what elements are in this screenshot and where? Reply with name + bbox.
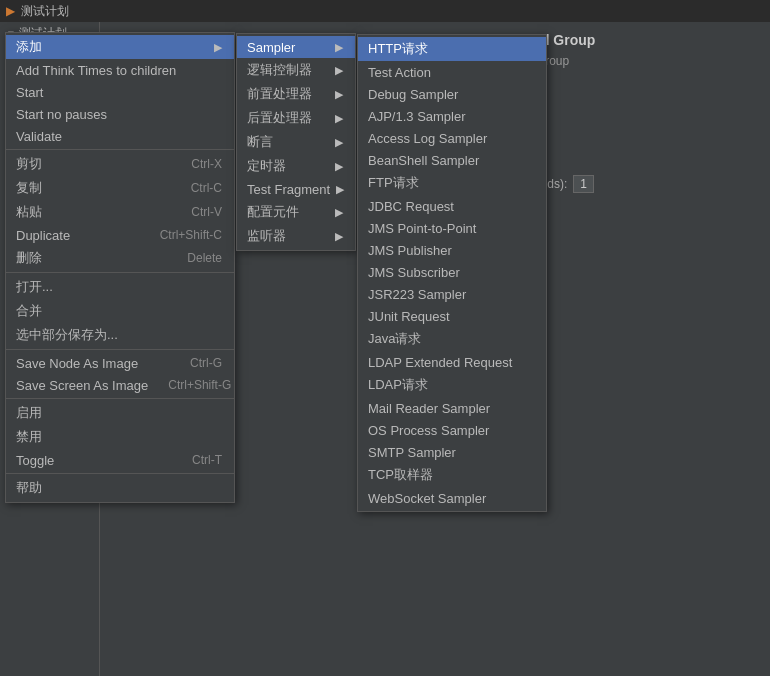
menu-item-add[interactable]: 添加 ▶ (6, 35, 234, 59)
toggle-shortcut: Ctrl-T (192, 453, 222, 467)
menu-item-http-label: HTTP请求 (368, 40, 428, 58)
menu-item-sampler[interactable]: Sampler ▶ (237, 36, 355, 58)
menu-item-save-screen[interactable]: Save Screen As Image Ctrl+Shift-G (6, 374, 234, 396)
menu-item-disable[interactable]: 禁用 (6, 425, 234, 449)
menu-item-test-action[interactable]: Test Action (358, 61, 546, 83)
menu-item-http[interactable]: HTTP请求 (358, 37, 546, 61)
timer-arrow-icon: ▶ (335, 160, 343, 173)
menu-item-copy[interactable]: 复制 Ctrl-C (6, 176, 234, 200)
save-screen-shortcut: Ctrl+Shift-G (168, 378, 231, 392)
menu-item-help[interactable]: 帮助 (6, 476, 234, 500)
delete-shortcut: Delete (187, 251, 222, 265)
menu-item-ajp[interactable]: AJP/1.3 Sampler (358, 105, 546, 127)
menu-item-open[interactable]: 打开... (6, 275, 234, 299)
menu-item-jms-subscriber-label: JMS Subscriber (368, 265, 460, 280)
context-menu-l2[interactable]: Sampler ▶ 逻辑控制器 ▶ 前置处理器 ▶ 后置处理器 ▶ 断言 ▶ 定… (236, 33, 356, 251)
menu-item-duplicate-label: Duplicate (16, 228, 70, 243)
menu-item-jms-publisher[interactable]: JMS Publisher (358, 239, 546, 261)
menu-item-merge-label: 合并 (16, 302, 42, 320)
config-arrow-icon: ▶ (335, 206, 343, 219)
menu-item-jsr223[interactable]: JSR223 Sampler (358, 283, 546, 305)
menu-item-listener-label: 监听器 (247, 227, 286, 245)
menu-item-delete[interactable]: 删除 Delete (6, 246, 234, 270)
menu-item-enable[interactable]: 启用 (6, 401, 234, 425)
menu-item-open-label: 打开... (16, 278, 53, 296)
menu-item-tcp[interactable]: TCP取样器 (358, 463, 546, 487)
menu-item-save-node[interactable]: Save Node As Image Ctrl-G (6, 352, 234, 374)
fragment-arrow-icon: ▶ (336, 183, 344, 196)
menu-item-junit[interactable]: JUnit Request (358, 305, 546, 327)
menu-item-beanshell[interactable]: BeanShell Sampler (358, 149, 546, 171)
duration-value[interactable]: 1 (573, 175, 594, 193)
menu-item-save-screen-label: Save Screen As Image (16, 378, 148, 393)
menu-item-java[interactable]: Java请求 (358, 327, 546, 351)
menu-item-ldap-ext[interactable]: LDAP Extended Request (358, 351, 546, 373)
menu-item-pre-processor[interactable]: 前置处理器 ▶ (237, 82, 355, 106)
menu-item-delete-label: 删除 (16, 249, 42, 267)
separator-4 (6, 398, 234, 399)
post-arrow-icon: ▶ (335, 112, 343, 125)
menu-item-validate[interactable]: Validate (6, 125, 234, 147)
separator-5 (6, 473, 234, 474)
menu-item-paste[interactable]: 粘贴 Ctrl-V (6, 200, 234, 224)
menu-item-cut[interactable]: 剪切 Ctrl-X (6, 152, 234, 176)
menu-item-beanshell-label: BeanShell Sampler (368, 153, 479, 168)
menu-item-access-log-label: Access Log Sampler (368, 131, 487, 146)
menu-item-logic-controller-label: 逻辑控制器 (247, 61, 312, 79)
context-menu-l3[interactable]: HTTP请求 Test Action Debug Sampler AJP/1.3… (357, 34, 547, 512)
menu-item-paste-label: 粘贴 (16, 203, 42, 221)
menu-item-save-selection[interactable]: 选中部分保存为... (6, 323, 234, 347)
menu-item-os-process-label: OS Process Sampler (368, 423, 489, 438)
menu-item-test-action-label: Test Action (368, 65, 431, 80)
separator-3 (6, 349, 234, 350)
menu-item-websocket[interactable]: WebSocket Sampler (358, 487, 546, 509)
logic-arrow-icon: ▶ (335, 64, 343, 77)
menu-item-debug-sampler-label: Debug Sampler (368, 87, 458, 102)
menu-item-disable-label: 禁用 (16, 428, 42, 446)
separator-2 (6, 272, 234, 273)
listener-arrow-icon: ▶ (335, 230, 343, 243)
submenu-arrow-icon: ▶ (214, 41, 222, 54)
menu-item-config[interactable]: 配置元件 ▶ (237, 200, 355, 224)
menu-item-jdbc[interactable]: JDBC Request (358, 195, 546, 217)
menu-item-ldap-label: LDAP请求 (368, 376, 428, 394)
context-menu-l1[interactable]: 添加 ▶ Add Think Times to children Start S… (5, 32, 235, 503)
menu-item-mail-reader[interactable]: Mail Reader Sampler (358, 397, 546, 419)
menu-item-enable-label: 启用 (16, 404, 42, 422)
menu-item-ftp-label: FTP请求 (368, 174, 419, 192)
menu-item-jms-p2p-label: JMS Point-to-Point (368, 221, 476, 236)
menu-item-access-log[interactable]: Access Log Sampler (358, 127, 546, 149)
save-node-shortcut: Ctrl-G (190, 356, 222, 370)
menu-item-start[interactable]: Start (6, 81, 234, 103)
menu-item-save-node-label: Save Node As Image (16, 356, 138, 371)
menu-item-duplicate[interactable]: Duplicate Ctrl+Shift-C (6, 224, 234, 246)
menu-item-ftp[interactable]: FTP请求 (358, 171, 546, 195)
menu-item-config-label: 配置元件 (247, 203, 299, 221)
menu-item-timer[interactable]: 定时器 ▶ (237, 154, 355, 178)
menu-item-help-label: 帮助 (16, 479, 42, 497)
assertion-arrow-icon: ▶ (335, 136, 343, 149)
menu-item-smtp[interactable]: SMTP Sampler (358, 441, 546, 463)
menu-item-mail-reader-label: Mail Reader Sampler (368, 401, 490, 416)
paste-shortcut: Ctrl-V (191, 205, 222, 219)
menu-item-os-process[interactable]: OS Process Sampler (358, 419, 546, 441)
menu-item-ldap[interactable]: LDAP请求 (358, 373, 546, 397)
menu-item-jdbc-label: JDBC Request (368, 199, 454, 214)
menu-item-debug-sampler[interactable]: Debug Sampler (358, 83, 546, 105)
menu-item-jms-subscriber[interactable]: JMS Subscriber (358, 261, 546, 283)
menu-item-jms-p2p[interactable]: JMS Point-to-Point (358, 217, 546, 239)
menu-item-pre-processor-label: 前置处理器 (247, 85, 312, 103)
menu-item-assertion[interactable]: 断言 ▶ (237, 130, 355, 154)
menu-item-logic-controller[interactable]: 逻辑控制器 ▶ (237, 58, 355, 82)
menu-item-think-times[interactable]: Add Think Times to children (6, 59, 234, 81)
menu-item-merge[interactable]: 合并 (6, 299, 234, 323)
menu-item-post-processor[interactable]: 后置处理器 ▶ (237, 106, 355, 130)
menu-item-start-no-pauses[interactable]: Start no pauses (6, 103, 234, 125)
menu-item-toggle[interactable]: Toggle Ctrl-T (6, 449, 234, 471)
menu-item-listener[interactable]: 监听器 ▶ (237, 224, 355, 248)
duplicate-shortcut: Ctrl+Shift-C (160, 228, 222, 242)
menu-item-ldap-ext-label: LDAP Extended Request (368, 355, 512, 370)
menu-item-timer-label: 定时器 (247, 157, 286, 175)
menu-item-cut-label: 剪切 (16, 155, 42, 173)
menu-item-test-fragment[interactable]: Test Fragment ▶ (237, 178, 355, 200)
